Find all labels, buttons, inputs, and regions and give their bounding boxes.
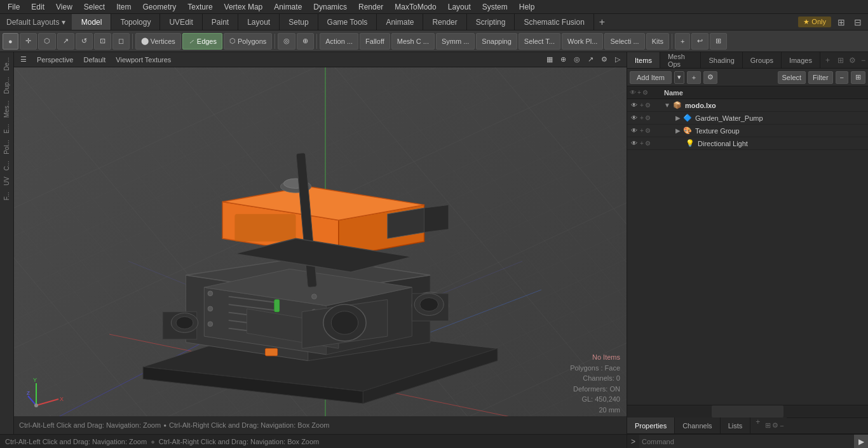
item-eye-light[interactable]: 👁 [630, 139, 639, 148]
tab-setup[interactable]: Setup [280, 14, 318, 30]
bt-expand-icon[interactable]: ⊞ [765, 421, 771, 430]
item-arrow-texture[interactable]: ▶ [675, 127, 681, 134]
bt-tab-properties[interactable]: Properties [627, 417, 675, 433]
vp-icon-grid[interactable]: ▦ [544, 55, 555, 64]
falloff-btn[interactable]: Falloff [360, 33, 390, 50]
rp-tab-groups[interactable]: Groups [743, 52, 782, 68]
left-item-e[interactable]: E... [2, 121, 11, 136]
default-layouts-label[interactable]: Default Layouts ▾ [0, 14, 72, 30]
tab-scripting[interactable]: Scripting [467, 14, 515, 30]
bt-tab-lists[interactable]: Lists [721, 417, 751, 433]
menu-vertex-map[interactable]: Vertex Map [219, 1, 268, 13]
vp-shading[interactable]: Default [81, 55, 108, 64]
tool-move[interactable]: ↗ [57, 33, 74, 50]
items-plus-btn[interactable]: + [687, 71, 701, 84]
left-item-pol[interactable]: Pol... [2, 137, 11, 157]
menu-texture[interactable]: Texture [182, 1, 217, 13]
items-settings-btn[interactable]: ⚙ [703, 71, 717, 84]
add-item-btn[interactable]: Add Item [630, 71, 672, 84]
items-filter-btn[interactable]: Filter [808, 71, 832, 84]
items-minus-btn[interactable]: − [836, 71, 848, 84]
vp-perspective[interactable]: Perspective [34, 55, 76, 64]
item-row-light[interactable]: 👁 + ⚙ 💡 Directional Light [627, 137, 868, 150]
menu-layout[interactable]: Layout [443, 1, 476, 13]
mesh-btn[interactable]: Mesh C ... [391, 33, 435, 50]
menu-file[interactable]: File [3, 1, 25, 13]
item-eye-modo[interactable]: 👁 [630, 101, 639, 110]
tab-animate[interactable]: Animate [377, 14, 423, 30]
vp-icon-settings[interactable]: ⚙ [599, 55, 610, 64]
snapping-btn[interactable]: Snapping [476, 33, 517, 50]
component-vertices[interactable]: ⬤ Vertices [135, 33, 181, 50]
tool-element[interactable]: ◻ [112, 33, 130, 50]
select-t-btn[interactable]: Select T... [519, 33, 560, 50]
items-expand-btn[interactable]: ⊞ [851, 71, 865, 84]
component-polygons[interactable]: ⬡ Polygons [224, 33, 272, 50]
rp-tab-mesh-ops[interactable]: Mesh Ops [660, 52, 702, 68]
tab-schematic-fusion[interactable]: Schematic Fusion [515, 14, 593, 30]
vp-menu-icon[interactable]: ☰ [18, 55, 29, 64]
viewport[interactable]: ☰ Perspective Default Viewport Textures … [14, 52, 627, 434]
tab-paint[interactable]: Paint [203, 14, 238, 30]
left-item-dup[interactable]: Dup... [2, 74, 11, 97]
add-layout-tab[interactable]: + [594, 14, 610, 30]
left-item-uv[interactable]: UV [2, 174, 11, 188]
selecti-btn[interactable]: Selecti ... [604, 33, 644, 50]
viewport-canvas[interactable]: No Items Polygons : Face Channels: 0 Def… [14, 67, 627, 434]
tab-layout[interactable]: Layout [238, 14, 280, 30]
menu-view[interactable]: View [51, 1, 78, 13]
layout-settings-icon[interactable]: ⊟ [851, 17, 864, 27]
menu-geometry[interactable]: Geometry [138, 1, 182, 13]
command-go-btn[interactable]: ▶ [854, 435, 868, 449]
menu-dynamics[interactable]: Dynamics [308, 1, 352, 13]
action-btn[interactable]: Action ... [320, 33, 358, 50]
left-item-de[interactable]: De... [2, 55, 11, 73]
tab-game-tools[interactable]: Game Tools [318, 14, 377, 30]
left-item-mes[interactable]: Mes... [2, 98, 11, 120]
vp-icon-plus[interactable]: ⊕ [558, 55, 569, 64]
menu-maxtomodo[interactable]: MaxToModo [390, 1, 441, 13]
tool-snap[interactable]: ◎ [278, 33, 295, 50]
vp-icon-play[interactable]: ▷ [613, 55, 623, 64]
item-arrow-modo[interactable]: ▼ [664, 102, 670, 109]
item-eye-pump[interactable]: 👁 [630, 114, 639, 123]
kits-btn[interactable]: Kits [646, 33, 669, 50]
layout-expand-icon[interactable]: ⊞ [835, 17, 848, 27]
left-item-f[interactable]: F... [2, 189, 11, 203]
star-only-btn[interactable]: ★ Only [798, 17, 831, 27]
left-item-c[interactable]: C... [2, 158, 11, 173]
bt-tab-plus[interactable]: + [750, 417, 765, 433]
menu-animate[interactable]: Animate [269, 1, 307, 13]
tool-sym[interactable]: ⊕ [297, 33, 314, 50]
rp-tab-plus[interactable]: + [820, 56, 835, 65]
tool-action-center[interactable]: ✛ [20, 33, 37, 50]
item-eye-texture[interactable]: 👁 [630, 126, 639, 135]
rp-minus-btn[interactable]: − [858, 56, 868, 65]
rp-tab-items[interactable]: Items [627, 52, 660, 68]
add-btn[interactable]: + [675, 33, 690, 50]
tool-scale[interactable]: ⊡ [94, 33, 111, 50]
tool-select-mode[interactable]: ● [3, 33, 18, 50]
tool-rotate[interactable]: ↺ [76, 33, 93, 50]
menu-item[interactable]: Item [111, 1, 136, 13]
menu-help[interactable]: Help [514, 1, 540, 13]
tab-topology[interactable]: Topology [111, 14, 160, 30]
vp-textures[interactable]: Viewport Textures [113, 55, 173, 64]
command-input[interactable] [639, 435, 854, 448]
item-row-texture[interactable]: 👁 + ⚙ ▶ 🎨 Texture Group [627, 125, 868, 137]
rp-tab-shading[interactable]: Shading [701, 52, 742, 68]
add-item-dropdown[interactable]: ▾ [674, 71, 684, 84]
menu-edit[interactable]: Edit [26, 1, 50, 13]
menu-system[interactable]: System [477, 1, 513, 13]
bt-tab-channels[interactable]: Channels [675, 417, 720, 433]
vp-icon-camera[interactable]: ◎ [571, 55, 583, 64]
expand-vp-btn[interactable]: ⊞ [710, 33, 727, 50]
tool-transform[interactable]: ⬡ [38, 33, 56, 50]
items-scrollbar[interactable] [627, 405, 868, 417]
vp-icon-nav[interactable]: ↗ [585, 55, 596, 64]
items-select-btn[interactable]: Select [778, 71, 806, 84]
bt-minus-icon[interactable]: − [780, 422, 783, 430]
tab-model[interactable]: Model [72, 14, 112, 30]
tab-uvedit[interactable]: UVEdit [160, 14, 202, 30]
item-row-pump[interactable]: 👁 + ⚙ ▶ 🔷 Garden_Water_Pump [627, 112, 868, 125]
